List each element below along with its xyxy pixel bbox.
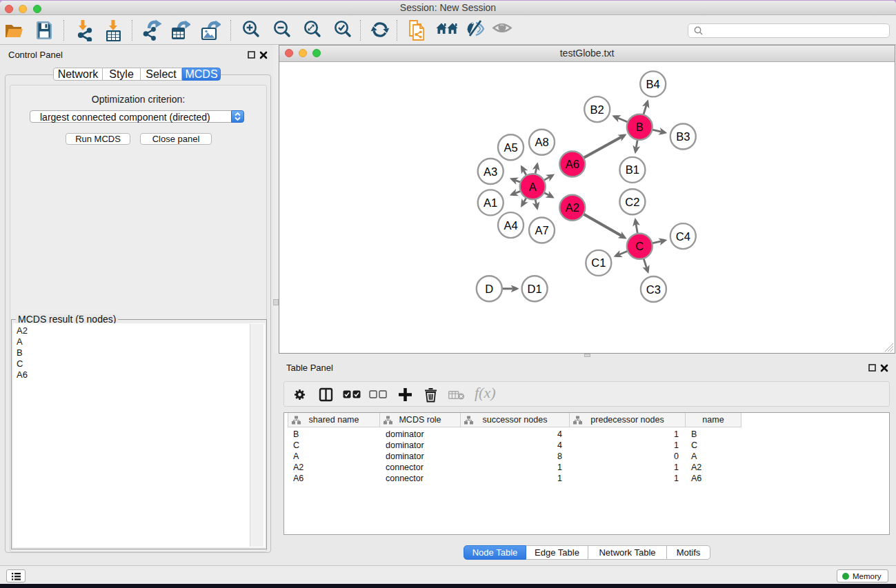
svg-text:C1: C1 xyxy=(591,256,606,269)
svg-text:B1: B1 xyxy=(626,163,639,176)
svg-text:C2: C2 xyxy=(625,196,639,208)
svg-text:A6: A6 xyxy=(566,158,579,170)
svg-text:A5: A5 xyxy=(504,141,517,154)
svg-text:C: C xyxy=(635,240,644,252)
svg-text:A: A xyxy=(529,181,537,193)
svg-text:B2: B2 xyxy=(590,103,604,116)
svg-text:D: D xyxy=(485,283,493,295)
svg-text:A2: A2 xyxy=(566,201,579,214)
svg-text:A8: A8 xyxy=(535,136,548,148)
svg-text:B4: B4 xyxy=(646,78,660,90)
svg-text:A4: A4 xyxy=(504,219,517,232)
svg-text:A3: A3 xyxy=(484,165,497,178)
svg-text:A1: A1 xyxy=(484,196,497,209)
svg-text:D1: D1 xyxy=(528,283,542,295)
svg-text:B: B xyxy=(636,121,644,133)
svg-text:C4: C4 xyxy=(676,230,690,243)
svg-text:C3: C3 xyxy=(646,283,661,296)
svg-text:B3: B3 xyxy=(676,130,690,143)
svg-text:A7: A7 xyxy=(535,224,548,236)
